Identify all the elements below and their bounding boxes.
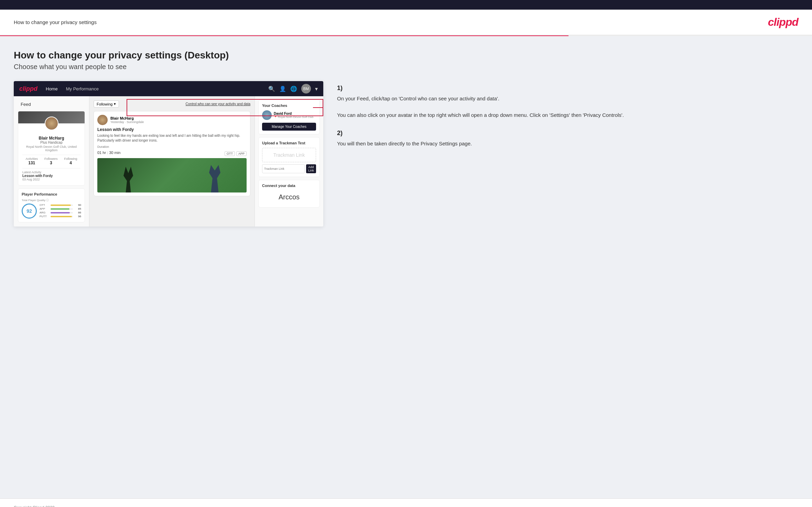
- app-sidebar: Feed Blair McHarg Plus Handicap Royal No…: [14, 96, 89, 227]
- coach-avatar: [262, 110, 272, 120]
- app-body: Feed Blair McHarg Plus Handicap Royal No…: [14, 96, 323, 227]
- breadcrumb: How to change your privacy settings: [14, 19, 97, 25]
- post-author-info: Blair McHarg Yesterday · Sunningdale: [110, 116, 144, 124]
- chevron-icon: ▾: [114, 102, 116, 106]
- post-card: Blair McHarg Yesterday · Sunningdale Les…: [94, 111, 250, 196]
- app-screenshot: clippd Home My Performance 🔍 👤 🌐 BM ▾: [14, 81, 323, 227]
- nav-performance[interactable]: My Performance: [66, 86, 99, 91]
- step1-number: 1): [337, 85, 798, 92]
- demo-container: clippd Home My Performance 🔍 👤 🌐 BM ▾: [14, 81, 798, 227]
- post-tags: OTT APP: [225, 151, 247, 156]
- metric-putt: PUTT 96: [40, 215, 81, 218]
- globe-icon[interactable]: 🌐: [290, 86, 297, 92]
- post-image: [97, 158, 247, 192]
- coach-club: 📍 Royal North Devon Golf Club: [274, 115, 313, 119]
- post-avatar: [97, 115, 108, 125]
- activities-label: Activities: [25, 157, 38, 161]
- info-icon: ⓘ: [46, 198, 49, 202]
- post-duration: Duration: [97, 145, 247, 148]
- app-screenshot-wrapper: clippd Home My Performance 🔍 👤 🌐 BM ▾: [14, 81, 323, 227]
- following-bar: Following ▾ Control who can see your act…: [94, 100, 250, 108]
- trackman-placeholder: Trackman Link: [262, 148, 316, 162]
- control-link[interactable]: Control who can see your activity and da…: [186, 102, 250, 106]
- connect-card: Connect your data Arccos: [258, 180, 320, 208]
- app-nav: clippd Home My Performance 🔍 👤 🌐 BM ▾: [14, 81, 323, 96]
- post-description: Looking to feel like my hands are exitin…: [97, 133, 247, 143]
- coach-row: David Ford 📍 Royal North Devon Golf Club: [262, 110, 316, 120]
- profile-badge: Plus Handicap: [22, 141, 80, 144]
- metric-app: APP 85: [40, 207, 81, 210]
- location-icon: 📍: [274, 115, 277, 119]
- instruction-2: 2) You will then be taken directly to th…: [337, 130, 798, 148]
- search-icon[interactable]: 🔍: [268, 86, 275, 92]
- profile-stats: Activities 131 Followers 3 Following 4: [22, 155, 80, 165]
- step2-text: You will then be taken directly to the P…: [337, 140, 798, 148]
- trackman-title: Upload a Trackman Test: [262, 141, 316, 145]
- latest-name: Lesson with Fordy: [22, 174, 80, 178]
- followers-label: Followers: [44, 157, 58, 161]
- tpq-row: 92 OTT 90 APP: [22, 203, 81, 219]
- post-header: Blair McHarg Yesterday · Sunningdale: [97, 115, 247, 125]
- tag-app: APP: [236, 151, 247, 156]
- latest-activity: Latest Activity Lesson with Fordy 03 Aug…: [22, 168, 80, 181]
- metric-ott: OTT 90: [40, 203, 81, 207]
- following-value: 4: [64, 161, 77, 165]
- post-title: Lesson with Fordy: [97, 127, 247, 132]
- clippd-logo: clippd: [768, 16, 798, 29]
- stat-followers: Followers 3: [44, 157, 58, 165]
- nav-icons: 🔍 👤 🌐 BM ▾: [268, 84, 318, 93]
- page-subtitle: Choose what you want people to see: [14, 63, 798, 71]
- duration-value: 01 hr : 30 min: [97, 151, 120, 155]
- metrics: OTT 90 APP 85: [40, 203, 81, 219]
- step2-number: 2): [337, 130, 798, 137]
- main-content: How to change your privacy settings (Des…: [0, 36, 812, 498]
- post-author-name: Blair McHarg: [110, 116, 144, 120]
- footer: Copyright Clippd 2022: [0, 498, 812, 507]
- perf-title: Player Performance: [22, 192, 81, 196]
- feed-tab[interactable]: Feed: [18, 100, 85, 108]
- stat-following: Following 4: [64, 157, 77, 165]
- instruction-1: 1) On your Feed, click/tap on 'Control w…: [337, 85, 798, 119]
- followers-value: 3: [44, 161, 58, 165]
- app-right-panel: Your Coaches David Ford 📍 Royal North De…: [255, 96, 323, 227]
- trackman-placeholder-text: Trackman Link: [267, 152, 312, 158]
- step1-text-part1: On your Feed, click/tap on 'Control who …: [337, 96, 499, 101]
- following-button[interactable]: Following ▾: [94, 100, 119, 108]
- duration-label: Duration: [97, 145, 109, 148]
- profile-name: Blair McHarg: [22, 136, 80, 141]
- copyright: Copyright Clippd 2022: [14, 505, 55, 507]
- user-icon[interactable]: 👤: [279, 86, 286, 92]
- header: How to change your privacy settings clip…: [0, 10, 812, 35]
- profile-club: Royal North Devon Golf Club, United King…: [22, 145, 80, 152]
- tpq-label: Total Player Quality: [22, 199, 45, 202]
- coach-info: David Ford 📍 Royal North Devon Golf Club: [274, 112, 313, 119]
- connect-title: Connect your data: [262, 184, 316, 188]
- profile-card: Blair McHarg Plus Handicap Royal North D…: [18, 111, 85, 186]
- following-label: Following: [64, 157, 77, 161]
- metric-arg: ARG 86: [40, 211, 81, 214]
- player-performance: Player Performance Total Player Quality …: [18, 188, 85, 222]
- trackman-input-row: Add Link: [262, 164, 316, 173]
- activities-value: 131: [25, 161, 38, 165]
- circle-score: 92: [22, 203, 37, 219]
- nav-home[interactable]: Home: [46, 86, 58, 91]
- avatar[interactable]: BM: [301, 84, 311, 93]
- latest-label: Latest Activity: [22, 170, 80, 174]
- trackman-input[interactable]: [262, 164, 305, 173]
- app-main: Following ▾ Control who can see your act…: [89, 96, 255, 227]
- instructions: 1) On your Feed, click/tap on 'Control w…: [337, 81, 798, 158]
- chevron-down-icon[interactable]: ▾: [315, 86, 318, 92]
- arccos-brand: Arccos: [262, 190, 316, 204]
- add-link-button[interactable]: Add Link: [306, 164, 316, 173]
- coaches-title: Your Coaches: [262, 103, 316, 108]
- step1-text-part2: You can also click on your avatar in the…: [337, 112, 624, 118]
- trackman-card: Upload a Trackman Test Trackman Link Add…: [258, 137, 320, 177]
- coach-name: David Ford: [274, 112, 313, 115]
- manage-coaches-button[interactable]: Manage Your Coaches: [262, 123, 316, 131]
- stat-activities: Activities 131: [25, 157, 38, 165]
- latest-date: 03 Aug 2022: [22, 178, 80, 181]
- top-bar: [0, 0, 812, 10]
- coaches-card: Your Coaches David Ford 📍 Royal North De…: [258, 100, 320, 134]
- tag-ott: OTT: [225, 151, 235, 156]
- post-meta: Yesterday · Sunningdale: [110, 120, 144, 124]
